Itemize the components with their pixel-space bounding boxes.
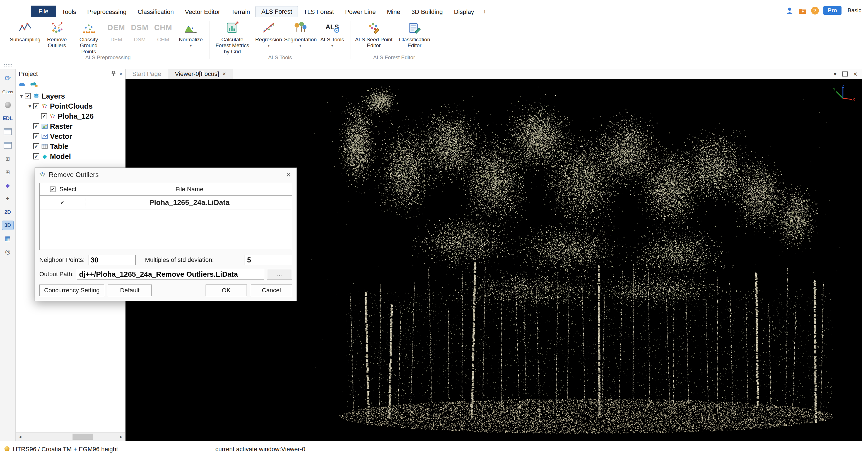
- classify-ground-points-button[interactable]: Classify Ground Points: [74, 20, 103, 54]
- tree-row-vector[interactable]: ✓ Vector: [16, 131, 125, 141]
- tree-label[interactable]: Model: [50, 152, 71, 161]
- menu-tab-tls-forest[interactable]: TLS Forest: [298, 7, 339, 17]
- ploha-checkbox[interactable]: ✓: [41, 113, 47, 119]
- tree-label[interactable]: Vector: [50, 132, 72, 141]
- dsm-button[interactable]: DSM DSM: [129, 20, 150, 42]
- float-window-icon[interactable]: [842, 72, 848, 77]
- cancel-button[interactable]: Cancel: [251, 285, 292, 296]
- row-checkbox[interactable]: ✓: [60, 200, 65, 205]
- pointclouds-checkbox[interactable]: ✓: [33, 103, 39, 109]
- tree-row-ploha[interactable]: ✓ Ploha_126: [16, 111, 125, 121]
- orbit-icon[interactable]: ⟳: [1, 73, 14, 83]
- table-checkbox[interactable]: ✓: [33, 143, 39, 149]
- help-icon[interactable]: ?: [811, 7, 819, 15]
- menu-tab-add[interactable]: +: [480, 7, 490, 17]
- tree-row-layers[interactable]: ▾ ✓ Layers: [16, 91, 125, 101]
- menu-tab-3d-building[interactable]: 3D Building: [406, 7, 448, 17]
- std-deviation-input[interactable]: [245, 255, 292, 265]
- tree-row-model[interactable]: ✓ ◆ Model: [16, 151, 125, 161]
- scrollbar-track[interactable]: [24, 432, 117, 441]
- als-tools-dropdown-icon[interactable]: ▾: [331, 43, 333, 48]
- als-seed-point-editor-button[interactable]: ALS Seed Point Editor: [355, 20, 393, 49]
- scrollbar-thumb[interactable]: [72, 434, 93, 440]
- pin-icon[interactable]: [111, 71, 116, 77]
- remove-outliers-button[interactable]: Remove Outliers: [42, 20, 71, 49]
- dialog-close-icon[interactable]: ×: [284, 171, 292, 179]
- profile-window-icon[interactable]: [1, 127, 14, 137]
- add-pointcloud-icon[interactable]: [19, 82, 27, 88]
- tab-list-dropdown-icon[interactable]: ▾: [834, 70, 836, 77]
- crosshair-icon[interactable]: +: [1, 194, 14, 204]
- tree-row-pointclouds[interactable]: ▾ ✓ PointClouds: [16, 101, 125, 111]
- vector-checkbox[interactable]: ✓: [33, 133, 39, 139]
- project-panel-close-icon[interactable]: ×: [119, 71, 122, 77]
- select-all-checkbox[interactable]: ✓: [50, 187, 56, 192]
- scroll-right-icon[interactable]: ▸: [117, 434, 125, 440]
- output-path-input[interactable]: [77, 269, 264, 280]
- menu-tab-terrain[interactable]: Terrain: [226, 7, 255, 17]
- neighbor-points-input[interactable]: [88, 255, 135, 265]
- tab-close-icon[interactable]: ×: [223, 70, 226, 78]
- share-folder-icon[interactable]: [798, 6, 807, 15]
- segmentation-dropdown-icon[interactable]: ▾: [299, 43, 302, 48]
- raster-checkbox[interactable]: ✓: [33, 123, 39, 129]
- segmentation-button[interactable]: Segmentation ▾: [286, 20, 315, 48]
- tab-start-page[interactable]: Start Page: [125, 69, 168, 79]
- normalize-button[interactable]: Normalize ▾: [176, 20, 205, 48]
- pick-diamond-icon[interactable]: ◆: [1, 180, 14, 191]
- expand-caret-icon[interactable]: ▾: [18, 93, 25, 99]
- concurrency-setting-button[interactable]: Concurrency Setting: [39, 285, 104, 296]
- tree-label[interactable]: Layers: [41, 92, 65, 101]
- tree-label[interactable]: Ploha_126: [58, 112, 94, 121]
- add-layer-cloud-icon[interactable]: [30, 82, 38, 88]
- pro-button[interactable]: Pro: [824, 6, 841, 15]
- tree-label[interactable]: Table: [50, 142, 68, 151]
- close-viewer-icon[interactable]: ×: [853, 70, 858, 79]
- menu-tab-preprocessing[interactable]: Preprocessing: [82, 7, 132, 17]
- tree-label[interactable]: Raster: [50, 122, 72, 131]
- expand-caret-icon[interactable]: ▾: [27, 103, 33, 109]
- dock-grip[interactable]: [3, 64, 13, 67]
- 2d-view-button[interactable]: 2D: [1, 207, 14, 217]
- user-icon[interactable]: [785, 6, 794, 15]
- edl-toggle-button[interactable]: EDL: [1, 113, 14, 123]
- 3d-view-button[interactable]: 3D: [2, 221, 14, 230]
- profile-flip-icon[interactable]: [1, 140, 14, 150]
- filename-column-header[interactable]: File Name: [87, 183, 292, 195]
- tree-label[interactable]: PointClouds: [50, 102, 93, 111]
- horizontal-scrollbar[interactable]: ◂ ▸: [16, 432, 125, 441]
- tree-row-table[interactable]: ✓ Table: [16, 141, 125, 151]
- menu-tab-classification[interactable]: Classification: [132, 7, 179, 17]
- row-select-cell[interactable]: ✓: [40, 196, 87, 209]
- menu-tab-tools[interactable]: Tools: [56, 7, 82, 17]
- menu-tab-vector-editor[interactable]: Vector Editor: [179, 7, 226, 17]
- regression-dropdown-icon[interactable]: ▾: [268, 43, 270, 48]
- rotate-grid-icon-1[interactable]: ⊞: [1, 153, 14, 164]
- basic-button[interactable]: Basic: [846, 6, 863, 15]
- classification-editor-button[interactable]: Classification Editor: [396, 20, 433, 49]
- compass-icon[interactable]: ◎: [1, 247, 14, 257]
- select-column-header[interactable]: ✓ Select: [40, 183, 87, 195]
- scroll-left-icon[interactable]: ◂: [16, 434, 24, 440]
- subsampling-button[interactable]: Subsampling: [10, 20, 40, 42]
- menu-tab-display[interactable]: Display: [448, 7, 479, 17]
- dem-button[interactable]: DEM DEM: [106, 20, 127, 42]
- menu-tab-power-line[interactable]: Power Line: [339, 7, 381, 17]
- dialog-titlebar[interactable]: Remove Outliers ×: [35, 168, 297, 182]
- axis-gizmo[interactable]: X Y Z: [831, 85, 855, 108]
- tree-row-raster[interactable]: ✓ Raster: [16, 121, 125, 131]
- chm-button[interactable]: CHM CHM: [153, 20, 174, 42]
- sphere-view-icon[interactable]: [1, 100, 14, 110]
- row-filename-cell[interactable]: Ploha_1265_24a.LiData: [87, 196, 292, 209]
- normalize-dropdown-icon[interactable]: ▾: [190, 43, 192, 48]
- als-tools-button[interactable]: ALS ALS Tools ▾: [318, 20, 347, 48]
- tab-viewer-0[interactable]: Viewer-0[Focus] ×: [168, 69, 233, 79]
- menu-tab-als-forest[interactable]: ALS Forest: [255, 6, 298, 17]
- file-table-row[interactable]: ✓ Ploha_1265_24a.LiData: [40, 196, 292, 209]
- browse-button[interactable]: ...: [267, 269, 292, 280]
- menu-tab-mine[interactable]: Mine: [381, 7, 406, 17]
- ok-button[interactable]: OK: [206, 285, 247, 296]
- default-button[interactable]: Default: [108, 285, 152, 296]
- regression-button[interactable]: Regression ▾: [254, 20, 283, 48]
- calculate-forest-metrics-button[interactable]: Calculate Forest Metrics by Grid: [213, 20, 251, 54]
